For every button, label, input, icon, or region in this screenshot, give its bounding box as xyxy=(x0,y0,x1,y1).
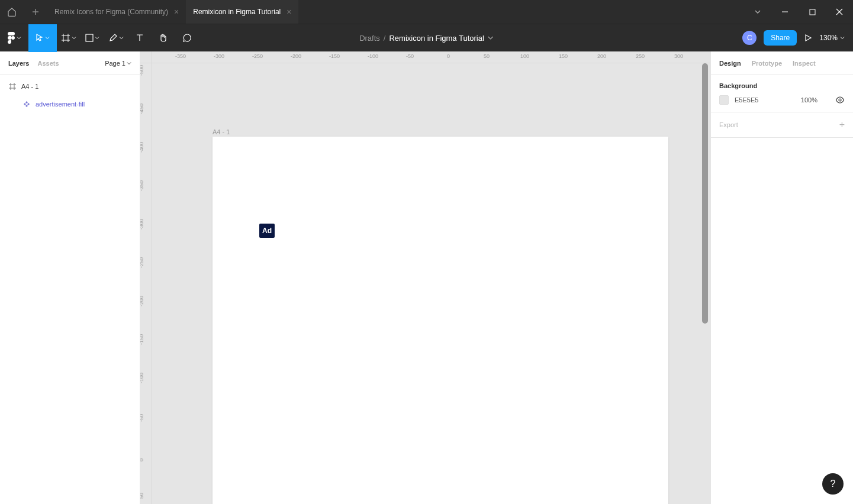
ruler-tick: -250 xyxy=(140,257,144,268)
page-name: Page 1 xyxy=(105,60,125,67)
ruler-vertical: -500 -450 -400 -350 -300 -250 -200 -150 … xyxy=(140,63,152,504)
home-icon xyxy=(7,7,17,17)
canvas[interactable]: -350 -300 -250 -200 -150 -100 -50 0 50 1… xyxy=(140,51,710,504)
main-menu-button[interactable] xyxy=(0,24,28,52)
play-icon xyxy=(804,34,812,42)
help-button[interactable]: ? xyxy=(822,473,844,495)
ruler-tick: -100 xyxy=(140,373,144,383)
tab-inspect[interactable]: Inspect xyxy=(793,60,816,67)
tab-assets[interactable]: Assets xyxy=(37,60,59,67)
user-avatar[interactable]: C xyxy=(742,31,757,45)
pen-icon xyxy=(108,33,118,43)
cursor-icon xyxy=(36,34,44,42)
breadcrumb-separator: / xyxy=(384,34,386,43)
left-panel-tabs: Layers Assets Page 1 xyxy=(0,51,140,75)
ruler-tick: 200 xyxy=(597,53,606,59)
close-tab-icon[interactable]: × xyxy=(287,7,291,17)
ad-icon-text: Ad xyxy=(262,227,272,235)
tabs-dropdown-button[interactable] xyxy=(744,0,771,24)
tab-prototype[interactable]: Prototype xyxy=(752,60,782,67)
advertisement-fill-instance[interactable]: Ad xyxy=(259,224,275,238)
text-icon xyxy=(136,34,144,42)
new-tab-button[interactable] xyxy=(24,0,47,24)
frame-icon xyxy=(61,33,70,43)
svg-point-2 xyxy=(839,99,841,101)
ruler-tick: -50 xyxy=(406,53,414,59)
color-opacity[interactable]: 100% xyxy=(801,96,817,104)
hand-icon xyxy=(159,33,168,43)
right-panel: Design Prototype Inspect Background E5E5… xyxy=(710,51,853,504)
frame-icon xyxy=(8,82,17,91)
ruler-tick: -150 xyxy=(329,53,340,59)
frame-a4[interactable]: Ad xyxy=(213,137,668,504)
left-panel: Layers Assets Page 1 A4 - 1 advertisemen… xyxy=(0,51,140,504)
layers-list: A4 - 1 advertisement-fill xyxy=(0,75,140,115)
toolbar: Drafts / Remixicon in Figma Tutorial C S… xyxy=(0,24,853,51)
tab-label: Remix Icons for Figma (Community) xyxy=(54,8,168,16)
tab-design[interactable]: Design xyxy=(719,60,741,67)
maximize-button[interactable] xyxy=(799,0,826,24)
layer-frame-row[interactable]: A4 - 1 xyxy=(0,77,140,95)
titlebar: Remix Icons for Figma (Community) × Remi… xyxy=(0,0,853,24)
ruler-tick: 150 xyxy=(559,53,568,59)
color-hex[interactable]: E5E5E5 xyxy=(735,96,758,104)
canvas-scrollbar[interactable] xyxy=(702,63,708,324)
ruler-tick: 250 xyxy=(636,53,645,59)
ruler-tick: -450 xyxy=(140,104,144,114)
breadcrumb-folder[interactable]: Drafts xyxy=(359,34,380,43)
pen-tool-button[interactable] xyxy=(104,24,128,52)
component-icon xyxy=(22,100,31,108)
ruler-tick: -100 xyxy=(368,53,378,59)
ruler-tick: -150 xyxy=(140,334,144,345)
rectangle-icon xyxy=(85,34,94,42)
ruler-tick: -350 xyxy=(175,53,186,59)
shape-tool-button[interactable] xyxy=(81,24,104,52)
chevron-down-icon xyxy=(127,61,131,66)
figma-logo-icon xyxy=(7,32,15,44)
layer-name: advertisement-fill xyxy=(36,101,85,108)
breadcrumb-file[interactable]: Remixicon in Figma Tutorial xyxy=(389,34,484,43)
frame-tool-button[interactable] xyxy=(57,24,81,52)
close-tab-icon[interactable]: × xyxy=(174,7,179,17)
minimize-button[interactable] xyxy=(771,0,799,24)
close-window-button[interactable] xyxy=(826,0,853,24)
export-title: Export xyxy=(719,121,738,128)
main-area: Layers Assets Page 1 A4 - 1 advertisemen… xyxy=(0,51,853,504)
layer-component-row[interactable]: advertisement-fill xyxy=(0,95,140,113)
zoom-dropdown[interactable]: 130% xyxy=(819,34,845,42)
share-label: Share xyxy=(771,34,790,42)
tab-inactive[interactable]: Remix Icons for Figma (Community) × xyxy=(47,0,186,24)
add-export-button[interactable]: + xyxy=(839,119,845,130)
ruler-tick: 0 xyxy=(140,458,144,461)
breadcrumb: Drafts / Remixicon in Figma Tutorial xyxy=(359,34,494,43)
move-tool-button[interactable] xyxy=(28,24,57,52)
color-swatch[interactable] xyxy=(719,95,729,105)
share-button[interactable]: Share xyxy=(764,30,797,46)
toolbar-left xyxy=(0,24,199,51)
ruler-tick: -200 xyxy=(291,53,301,59)
close-icon xyxy=(836,8,843,15)
chevron-down-icon xyxy=(72,35,76,40)
ruler-tick: 100 xyxy=(520,53,529,59)
visibility-toggle[interactable] xyxy=(835,96,845,104)
chevron-down-icon xyxy=(840,35,845,40)
right-panel-tabs: Design Prototype Inspect xyxy=(711,51,853,75)
avatar-initial: C xyxy=(747,34,752,42)
svg-rect-0 xyxy=(810,9,815,15)
ruler-tick: -300 xyxy=(214,53,224,59)
plus-icon xyxy=(32,8,39,15)
home-button[interactable] xyxy=(0,0,24,24)
chevron-down-icon[interactable] xyxy=(488,36,494,40)
frame-label[interactable]: A4 - 1 xyxy=(213,128,230,135)
hand-tool-button[interactable] xyxy=(152,24,175,52)
present-button[interactable] xyxy=(804,34,812,42)
tab-layers[interactable]: Layers xyxy=(8,60,29,67)
tab-active[interactable]: Remixicon in Figma Tutorial × xyxy=(186,0,298,24)
ruler-tick: -350 xyxy=(140,180,144,191)
page-dropdown[interactable]: Page 1 xyxy=(105,60,131,67)
zoom-value: 130% xyxy=(819,34,838,42)
layer-name: A4 - 1 xyxy=(21,83,38,90)
comment-tool-button[interactable] xyxy=(175,24,199,52)
text-tool-button[interactable] xyxy=(128,24,152,52)
chevron-down-icon xyxy=(755,10,761,14)
